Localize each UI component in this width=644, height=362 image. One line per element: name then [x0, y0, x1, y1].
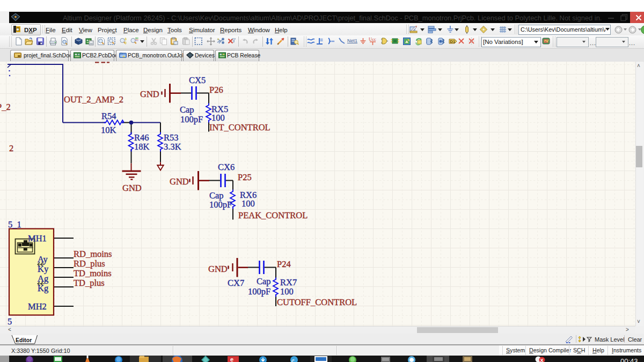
svg-text:CX5: CX5	[189, 75, 206, 85]
svg-text:5: 5	[8, 316, 12, 326]
svg-text:Ag: Ag	[38, 274, 48, 284]
svg-text:GND: GND	[208, 264, 228, 274]
svg-text:GND: GND	[170, 176, 189, 187]
svg-text:P25: P25	[238, 172, 252, 182]
svg-text:CX7: CX7	[228, 278, 244, 288]
svg-text:Cap: Cap	[180, 105, 194, 115]
svg-text:P24: P24	[277, 259, 291, 269]
svg-text:e: e	[230, 356, 233, 362]
svg-text:100: 100	[241, 198, 255, 209]
svg-text:18K: 18K	[134, 142, 150, 152]
svg-text:100pF: 100pF	[209, 200, 232, 210]
svg-text:P26: P26	[209, 85, 223, 95]
svg-text:MH2: MH2	[28, 301, 47, 312]
svg-text:INT_CONTROL: INT_CONTROL	[209, 122, 270, 132]
svg-text:Cap: Cap	[257, 276, 271, 286]
svg-text:Ay: Ay	[38, 254, 48, 264]
svg-text:CUTOFF_CONTROL: CUTOFF_CONTROL	[277, 297, 357, 307]
svg-text:TD_plus: TD_plus	[74, 278, 105, 288]
svg-text:Net1: Net1	[347, 38, 357, 43]
svg-text:P_2: P_2	[0, 102, 11, 112]
svg-text:CX6: CX6	[218, 162, 235, 172]
svg-text:2: 2	[9, 143, 13, 153]
svg-text:100pF: 100pF	[248, 286, 270, 297]
svg-text:RD_plus: RD_plus	[74, 258, 105, 269]
svg-text:100pF: 100pF	[180, 114, 203, 124]
svg-text:OUT_2_AMP_2: OUT_2_AMP_2	[64, 94, 123, 105]
svg-text:100: 100	[211, 113, 225, 123]
svg-text:GND: GND	[140, 89, 159, 99]
svg-text:Ucc: Ucc	[369, 37, 376, 42]
svg-text:R54: R54	[101, 111, 116, 121]
svg-text:D1: D1	[450, 39, 456, 44]
svg-text:Ky: Ky	[38, 264, 49, 274]
svg-text:GND: GND	[122, 183, 142, 193]
svg-text:e: e	[291, 357, 295, 362]
svg-text:MH1: MH1	[28, 233, 47, 243]
svg-text:RD_moins: RD_moins	[74, 249, 112, 259]
svg-text:X: X	[540, 358, 544, 362]
svg-text:10K: 10K	[101, 125, 116, 135]
svg-text:5_1: 5_1	[8, 219, 21, 230]
svg-text:Kg: Kg	[38, 283, 48, 293]
svg-text:100: 100	[280, 286, 294, 297]
svg-text:TD_moins: TD_moins	[74, 268, 112, 278]
svg-text:PEAK_CONTROL: PEAK_CONTROL	[238, 210, 308, 220]
svg-text:3.3K: 3.3K	[164, 142, 181, 152]
